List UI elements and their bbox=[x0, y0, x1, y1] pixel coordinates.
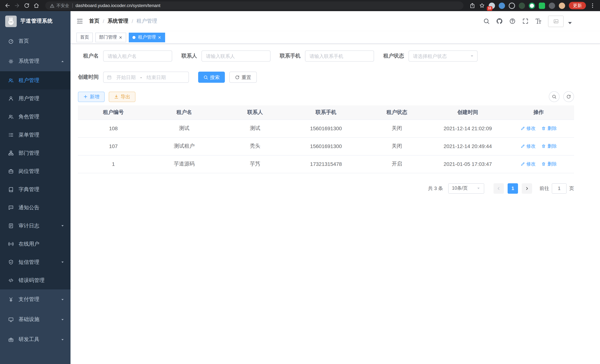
profile-avatar-icon[interactable] bbox=[559, 2, 565, 9]
close-icon[interactable] bbox=[158, 36, 161, 39]
delete-link[interactable]: 删除 bbox=[542, 125, 557, 132]
sidebar-item-dev-tools[interactable]: 研发工具 bbox=[0, 329, 71, 350]
app-logo[interactable]: 芋道管理系统 bbox=[0, 11, 71, 31]
extension-icon-3[interactable] bbox=[509, 2, 515, 9]
prev-page-button[interactable] bbox=[494, 183, 504, 194]
extension-icon-2[interactable] bbox=[499, 2, 505, 9]
security-label: 不安全 bbox=[56, 3, 69, 8]
extension-icon-6[interactable] bbox=[539, 2, 545, 9]
sidebar-item-error-code[interactable]: 错误码管理 bbox=[0, 271, 71, 289]
status-filter: 租户状态 bbox=[383, 50, 478, 62]
home-icon[interactable] bbox=[33, 3, 39, 9]
sidebar-item-online-users[interactable]: 在线用户 bbox=[0, 235, 71, 253]
create-time-range-picker[interactable]: - bbox=[103, 72, 189, 83]
filter-row-2: 创建时间 - 搜索 重置 bbox=[78, 72, 574, 83]
chevron-down-icon bbox=[60, 224, 65, 228]
toolbar-right bbox=[549, 91, 574, 102]
sidebar-item-system-management[interactable]: 系统管理 bbox=[0, 51, 71, 71]
reset-button[interactable]: 重置 bbox=[229, 72, 257, 83]
cell-name: 测试租户 bbox=[149, 137, 220, 155]
sidebar-item-label: 部门管理 bbox=[19, 150, 39, 156]
table-toolbar: 新增 导出 bbox=[78, 91, 574, 102]
sidebar-item-dict-management[interactable]: 字典管理 bbox=[0, 180, 71, 198]
tab-dept-management[interactable]: 部门管理 bbox=[95, 32, 126, 42]
extension-icon-7[interactable] bbox=[549, 2, 555, 9]
tab-tenant-management[interactable]: 租户管理 bbox=[129, 32, 165, 42]
start-date-input[interactable] bbox=[113, 75, 138, 80]
search-icon[interactable] bbox=[483, 18, 490, 25]
add-button[interactable]: 新增 bbox=[78, 92, 105, 102]
sidebar-item-user-management[interactable]: 用户管理 bbox=[0, 89, 71, 108]
sidebar-item-label: 基础设施 bbox=[19, 316, 39, 323]
browser-chrome: 不安全 dashboard.yudao.iocoder.cn/system/te… bbox=[0, 0, 600, 11]
sidebar-item-role-management[interactable]: 角色管理 bbox=[0, 108, 71, 126]
toggle-search-button[interactable] bbox=[549, 91, 560, 102]
sidebar-toggle-icon[interactable] bbox=[76, 18, 83, 25]
bookmark-star-icon[interactable] bbox=[479, 3, 485, 9]
sidebar-item-label: 通知公告 bbox=[19, 204, 39, 211]
cell-contact: 秃头 bbox=[220, 137, 291, 155]
font-size-icon[interactable] bbox=[535, 18, 542, 25]
refresh-button[interactable] bbox=[563, 91, 574, 102]
sidebar-item-dept-management[interactable]: 部门管理 bbox=[0, 144, 71, 162]
sidebar-item-infrastructure[interactable]: 基础设施 bbox=[0, 309, 71, 329]
shield-icon bbox=[8, 259, 14, 265]
edit-link[interactable]: 修改 bbox=[520, 143, 536, 149]
edit-link[interactable]: 修改 bbox=[520, 125, 536, 132]
table-row: 108 测试 测试 15601691300 关闭 2021-12-14 21:0… bbox=[78, 120, 574, 137]
user-menu-caret-icon[interactable] bbox=[567, 19, 573, 26]
cell-phone: 15601691300 bbox=[291, 137, 361, 155]
users-icon bbox=[8, 78, 14, 83]
sidebar-item-notice[interactable]: 通知公告 bbox=[0, 198, 71, 217]
search-button[interactable]: 搜索 bbox=[198, 72, 225, 83]
sidebar-item-label: 用户管理 bbox=[19, 95, 39, 102]
page-size-select[interactable]: 10条/页 bbox=[448, 183, 484, 194]
contact-input[interactable] bbox=[201, 50, 271, 62]
sidebar-item-tenant-management[interactable]: 租户管理 bbox=[0, 71, 71, 89]
next-page-button[interactable] bbox=[522, 183, 532, 194]
sidebar-item-label: 岗位管理 bbox=[19, 168, 39, 175]
share-icon[interactable] bbox=[469, 3, 475, 9]
export-button-label: 导出 bbox=[121, 94, 130, 99]
back-icon[interactable] bbox=[4, 3, 10, 9]
github-icon[interactable] bbox=[496, 18, 503, 25]
edit-link[interactable]: 修改 bbox=[520, 161, 536, 167]
goto-page-input[interactable] bbox=[552, 183, 567, 194]
sidebar-item-menu-management[interactable]: 菜单管理 bbox=[0, 126, 71, 144]
forward-icon[interactable] bbox=[14, 3, 20, 9]
chevron-down-icon bbox=[60, 260, 65, 264]
sidebar-item-home[interactable]: 首页 bbox=[0, 31, 71, 51]
delete-link[interactable]: 删除 bbox=[542, 143, 557, 149]
help-icon[interactable] bbox=[509, 18, 516, 25]
screen: 不安全 dashboard.yudao.iocoder.cn/system/te… bbox=[0, 0, 600, 364]
page-content: 租户名 联系人 联系手机 租户状态 bbox=[71, 44, 600, 364]
sidebar-item-post-management[interactable]: 岗位管理 bbox=[0, 162, 71, 180]
delete-link[interactable]: 删除 bbox=[542, 161, 557, 167]
cell-id: 1 bbox=[78, 155, 149, 173]
breadcrumb-system[interactable]: 系统管理 bbox=[108, 18, 128, 25]
edit-icon bbox=[520, 162, 525, 166]
extension-icon-5[interactable] bbox=[529, 2, 535, 9]
gear-icon bbox=[8, 58, 14, 64]
close-icon[interactable] bbox=[119, 36, 122, 39]
breadcrumb-home[interactable]: 首页 bbox=[89, 18, 99, 25]
sidebar-item-payment[interactable]: 支付管理 bbox=[0, 289, 71, 309]
browser-update-button[interactable]: 更新 bbox=[569, 2, 586, 9]
tenant-status-select[interactable] bbox=[409, 50, 478, 62]
export-button[interactable]: 导出 bbox=[109, 92, 135, 102]
page-1-button[interactable]: 1 bbox=[508, 183, 518, 194]
avatar[interactable] bbox=[548, 15, 564, 27]
tenant-name-input[interactable] bbox=[103, 50, 172, 62]
phone-input[interactable] bbox=[305, 50, 374, 62]
browser-menu-icon[interactable] bbox=[590, 3, 596, 9]
create-time-filter: 创建时间 - bbox=[78, 72, 189, 83]
extension-icon-1[interactable]: 10 bbox=[489, 2, 495, 9]
reload-icon[interactable] bbox=[24, 3, 30, 9]
end-date-input[interactable] bbox=[144, 75, 169, 80]
address-bar[interactable]: 不安全 dashboard.yudao.iocoder.cn/system/te… bbox=[45, 1, 463, 10]
sidebar-item-sms-management[interactable]: 短信管理 bbox=[0, 253, 71, 271]
sidebar-item-audit-log[interactable]: 审计日志 bbox=[0, 217, 71, 235]
extension-icon-4[interactable] bbox=[519, 2, 525, 9]
fullscreen-icon[interactable] bbox=[522, 18, 529, 25]
tab-home[interactable]: 首页 bbox=[76, 32, 93, 42]
